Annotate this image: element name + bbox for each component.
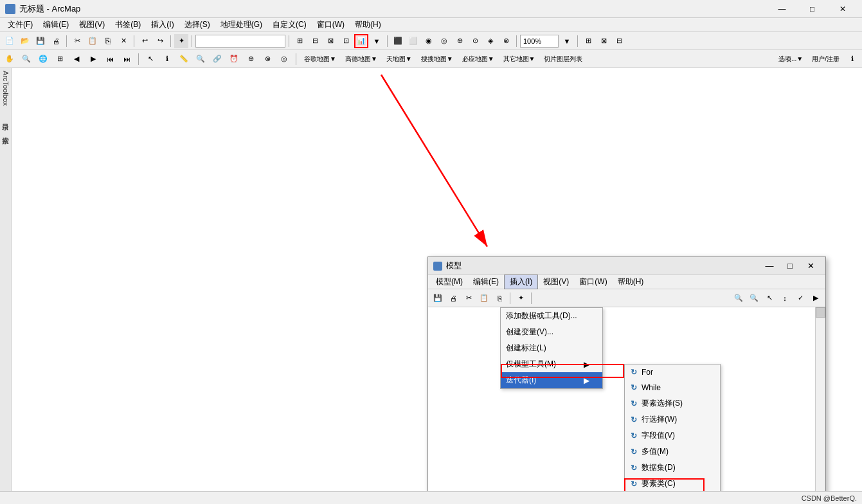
copy-button[interactable]: 📋 (85, 34, 100, 48)
help-info-btn[interactable]: ℹ (845, 52, 859, 66)
save-button[interactable]: 💾 (33, 34, 48, 48)
go-btn[interactable]: ⏮ (103, 52, 117, 66)
tool-btn-9[interactable]: ◉ (422, 34, 436, 48)
undo-button[interactable]: ↩ (138, 34, 152, 48)
search-btn[interactable]: 🔍 (193, 52, 208, 66)
time-btn[interactable]: ⏰ (227, 52, 241, 66)
modal-close[interactable]: ✕ (801, 260, 820, 273)
modal-menu-insert[interactable]: 插入(I) (504, 274, 538, 289)
measure-btn[interactable]: 📏 (177, 52, 191, 66)
tool-btn-10[interactable]: ◎ (437, 34, 451, 48)
tool-btn-11[interactable]: ⊕ (453, 34, 467, 48)
print-button[interactable]: 🖨 (49, 34, 63, 48)
globe-button[interactable]: 🌐 (36, 52, 50, 66)
menu-file[interactable]: 文件(F) (3, 18, 38, 32)
modal-tool-5[interactable]: ✓ (793, 291, 807, 305)
menu-customize[interactable]: 自定义(C) (267, 18, 312, 32)
tool-btn-12[interactable]: ⊙ (468, 34, 482, 48)
menu-window[interactable]: 窗口(W) (312, 18, 350, 32)
menu-geoprocessing[interactable]: 地理处理(G) (215, 18, 267, 32)
multi-value-item[interactable]: ↻ 多值(M) (625, 444, 720, 460)
modal-print-btn[interactable]: 🖨 (446, 291, 460, 305)
menu-edit[interactable]: 编辑(E) (38, 18, 74, 32)
extra-t2-1[interactable]: ⊕ (244, 52, 258, 66)
close-button[interactable]: ✕ (828, 2, 857, 16)
info-btn[interactable]: ℹ (160, 52, 174, 66)
tool-btn-13[interactable]: ◈ (483, 34, 498, 48)
minimize-button[interactable]: — (768, 2, 796, 16)
hyper-btn[interactable]: 🔗 (210, 52, 224, 66)
pan-button[interactable]: ✋ (3, 52, 17, 66)
field-value-item[interactable]: ↻ 字段值(V) (625, 428, 720, 444)
next-extent[interactable]: ▶ (86, 52, 100, 66)
modal-paste-btn[interactable]: ⎘ (492, 291, 507, 305)
for-item[interactable]: ↻ For (625, 364, 720, 380)
zoom-input[interactable] (520, 35, 559, 48)
modal-menu-help[interactable]: 帮助(H) (613, 275, 649, 289)
modal-tool-3[interactable]: ↖ (762, 291, 777, 305)
maximize-button[interactable]: □ (798, 2, 827, 16)
redo-button[interactable]: ↪ (153, 34, 167, 48)
modal-run-btn[interactable]: ▶ (809, 291, 823, 305)
menu-select[interactable]: 选择(S) (179, 18, 215, 32)
modal-tool-1[interactable]: 🔍 (732, 291, 746, 305)
model-only-tool-item[interactable]: 仅模型工具(M) ▶ (501, 356, 602, 372)
extent-button[interactable]: ⊞ (53, 52, 67, 66)
map-service-1[interactable]: 谷歌地图▼ (301, 52, 339, 66)
modal-maximize[interactable]: □ (780, 260, 800, 273)
tool-btn-8[interactable]: ⬜ (406, 34, 420, 48)
extra-t2-2[interactable]: ⊗ (260, 52, 274, 66)
zoom-in-button[interactable]: 🔍 (19, 52, 33, 66)
iterator-item[interactable]: 迭代器(I) ▶ (501, 372, 602, 388)
prev-extent[interactable]: ◀ (69, 52, 84, 66)
dataset-item[interactable]: ↻ 数据集(D) (625, 460, 720, 476)
modal-cut-btn[interactable]: ✂ (462, 291, 476, 305)
menu-insert[interactable]: 插入(I) (146, 18, 179, 32)
user-login-btn[interactable]: 用户/注册 (809, 52, 843, 66)
extra-t2-3[interactable]: ◎ (277, 52, 291, 66)
tool-btn-6[interactable]: ▼ (370, 34, 384, 48)
modal-minimize[interactable]: — (760, 260, 779, 273)
create-variable-item[interactable]: 创建变量(V)... (501, 324, 602, 340)
tool-btn-1[interactable]: ⊞ (292, 34, 307, 48)
new-button[interactable]: 📄 (3, 34, 17, 48)
create-label-item[interactable]: 创建标注(L) (501, 340, 602, 356)
modal-save-btn[interactable]: 💾 (431, 291, 445, 305)
options-btn[interactable]: 选项...▼ (775, 52, 806, 66)
map-service-3[interactable]: 天地图▼ (383, 52, 415, 66)
menu-help[interactable]: 帮助(H) (350, 18, 386, 32)
arctoolbox-label[interactable]: ArcToolbox (2, 71, 10, 105)
stop-btn[interactable]: ⏭ (120, 52, 134, 66)
tool-btn-3[interactable]: ⊠ (323, 34, 337, 48)
modal-menu-edit[interactable]: 编辑(E) (468, 275, 504, 289)
add-data-button[interactable]: ✦ (174, 34, 188, 48)
extra-btn-2[interactable]: ⊠ (597, 34, 611, 48)
menu-view[interactable]: 视图(V) (74, 18, 110, 32)
select-arrow[interactable]: ↖ (143, 52, 157, 66)
tool-btn-2[interactable]: ⊟ (308, 34, 322, 48)
menu-bookmark[interactable]: 书签(B) (110, 18, 146, 32)
modal-menu-model[interactable]: 模型(M) (431, 275, 468, 289)
map-service-5[interactable]: 必应地图▼ (459, 52, 498, 66)
tool-btn-4[interactable]: ⊡ (339, 34, 353, 48)
modal-tool-2[interactable]: 🔍 (747, 291, 761, 305)
feature-class-item[interactable]: ↻ 要素类(C) (625, 476, 720, 491)
map-service-2[interactable]: 高德地图▼ (342, 52, 381, 66)
extra-btn-1[interactable]: ⊞ (581, 34, 595, 48)
tool-btn-14[interactable]: ⊗ (499, 34, 513, 48)
modal-menu-window[interactable]: 窗口(W) (574, 275, 612, 289)
modal-scrollbar[interactable] (815, 307, 825, 491)
delete-button[interactable]: ✕ (116, 34, 130, 48)
tile-layer-list[interactable]: 切片图层列表 (541, 52, 586, 66)
scale-input[interactable] (195, 35, 285, 48)
map-service-4[interactable]: 搜搜地图▼ (418, 52, 456, 66)
zoom-dropdown[interactable]: ▼ (560, 34, 574, 48)
extra-btn-3[interactable]: ⊟ (612, 34, 626, 48)
modal-tool-4[interactable]: ↕ (778, 291, 792, 305)
modal-copy-btn[interactable]: 📋 (477, 291, 491, 305)
feature-select-item[interactable]: ↻ 要素选择(S) (625, 395, 720, 411)
paste-button[interactable]: ⎘ (101, 34, 115, 48)
modal-menu-view[interactable]: 视图(V) (538, 275, 574, 289)
cut-button[interactable]: ✂ (70, 34, 84, 48)
while-item[interactable]: ↻ While (625, 380, 720, 395)
